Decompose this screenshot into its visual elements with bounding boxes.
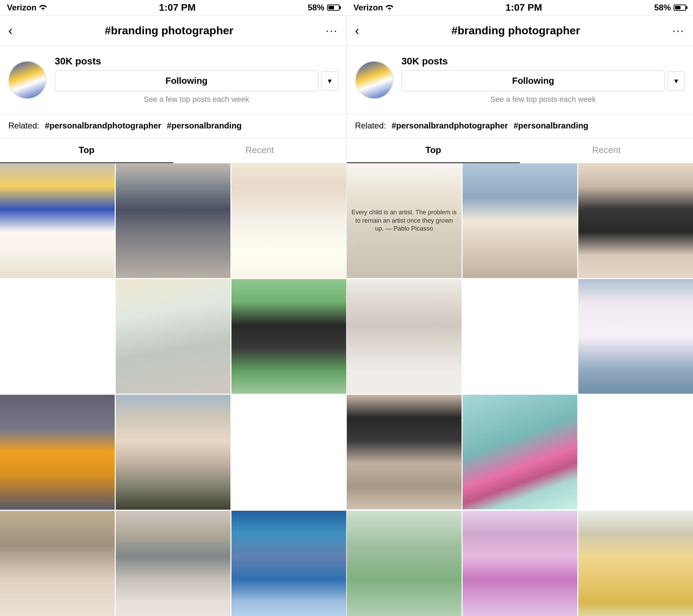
profile-info-right: 30K posts Following ▾ See a few top post… <box>402 56 685 104</box>
photo-cell-left-3[interactable] <box>116 279 230 394</box>
wifi-icon-left <box>39 5 47 10</box>
related-tag-1-right[interactable]: #personalbranding <box>514 121 588 131</box>
nav-header-left: ‹ #branding photographer ··· <box>0 16 346 46</box>
photo-cell-left-7[interactable] <box>0 511 115 616</box>
status-bar-left: Verizon 1:07 PM 58% <box>0 0 346 15</box>
phones-container: ‹ #branding photographer ··· 30K posts F… <box>0 15 693 616</box>
following-button-left[interactable]: Following <box>55 70 318 91</box>
status-left: Verizon <box>7 3 47 12</box>
page-title-left: #branding photographer <box>105 24 234 37</box>
tabs-right: Top Recent <box>347 138 693 163</box>
photo-cell-left-5[interactable] <box>0 395 115 509</box>
svg-point-1 <box>389 10 390 10</box>
photo-cell-left-4[interactable] <box>231 279 346 394</box>
carrier-left: Verizon <box>7 3 36 12</box>
battery-left: 58% <box>308 3 324 12</box>
status-left-right: Verizon <box>353 3 393 12</box>
photo-grid-left <box>0 163 346 616</box>
photo-cell-left-6[interactable] <box>116 395 230 509</box>
back-button-right[interactable]: ‹ <box>355 24 359 38</box>
related-tag-0-right[interactable]: #personalbrandphotographer <box>392 121 508 131</box>
follow-row-left: Following ▾ <box>55 70 338 91</box>
following-button-right[interactable]: Following <box>402 70 665 91</box>
follow-row-right: Following ▾ <box>402 70 685 91</box>
battery-right: 58% <box>654 3 671 12</box>
quote-text: Every child is an artist. The problem is… <box>351 208 457 233</box>
photo-cell-left-0[interactable] <box>0 163 115 278</box>
photo-cell-left-1[interactable] <box>116 163 230 278</box>
dropdown-button-right[interactable]: ▾ <box>668 71 685 91</box>
tab-recent-left[interactable]: Recent <box>173 138 346 163</box>
related-tag-1-left[interactable]: #personalbranding <box>167 121 242 131</box>
photo-cell-left-2[interactable] <box>231 163 346 278</box>
photo-cell-right-3[interactable] <box>578 279 693 394</box>
see-top-posts-right: See a few top posts each week <box>402 95 685 104</box>
more-button-right[interactable]: ··· <box>672 24 685 37</box>
photo-cell-right-7[interactable] <box>463 511 577 616</box>
related-tags-right: Related: #personalbrandphotographer #per… <box>347 114 693 138</box>
photo-cell-left-8[interactable] <box>116 511 230 616</box>
tab-top-left[interactable]: Top <box>0 138 173 163</box>
see-top-posts-left: See a few top posts each week <box>55 95 338 104</box>
page-title-right: #branding photographer <box>451 24 580 37</box>
time-right: 1:07 PM <box>506 2 542 13</box>
photo-cell-right-6[interactable] <box>347 511 462 616</box>
dropdown-button-left[interactable]: ▾ <box>321 71 338 91</box>
status-bar: Verizon 1:07 PM 58% Verizon 1:07 PM <box>0 0 693 15</box>
battery-icon-left <box>327 5 340 11</box>
status-right-right: 58% <box>654 3 686 12</box>
photo-cell-left-9[interactable] <box>231 511 346 616</box>
posts-count-left: 30K posts <box>55 56 101 67</box>
photo-grid-right: Every child is an artist. The problem is… <box>347 163 693 616</box>
related-tag-0-left[interactable]: #personalbrandphotographer <box>45 121 161 131</box>
posts-count-right: 30K posts <box>402 56 448 67</box>
more-button-left[interactable]: ··· <box>326 24 338 37</box>
status-right-left: 58% <box>308 3 340 12</box>
photo-cell-right-8[interactable] <box>578 511 693 616</box>
related-label-left: Related: <box>8 121 39 131</box>
phone-left: ‹ #branding photographer ··· 30K posts F… <box>0 16 347 616</box>
svg-point-0 <box>43 10 44 10</box>
photo-cell-right-2b[interactable] <box>347 279 462 394</box>
photo-cell-right-2[interactable] <box>578 163 693 278</box>
battery-icon-right <box>674 5 686 11</box>
related-label-right: Related: <box>355 121 386 131</box>
profile-info-left: 30K posts Following ▾ See a few top post… <box>55 56 338 104</box>
carrier-right: Verizon <box>353 3 383 12</box>
related-tags-left: Related: #personalbrandphotographer #per… <box>0 114 346 138</box>
photo-cell-right-4[interactable] <box>347 395 462 509</box>
back-button-left[interactable]: ‹ <box>8 24 12 38</box>
tab-recent-right[interactable]: Recent <box>520 138 693 163</box>
photo-cell-right-5[interactable] <box>463 395 577 509</box>
phone-right: ‹ #branding photographer ··· 30K posts F… <box>347 16 693 616</box>
nav-header-right: ‹ #branding photographer ··· <box>347 16 693 46</box>
avatar-right <box>355 61 393 99</box>
photo-cell-right-0[interactable]: Every child is an artist. The problem is… <box>347 163 462 278</box>
profile-section-right: 30K posts Following ▾ See a few top post… <box>347 46 693 114</box>
tabs-left: Top Recent <box>0 138 346 163</box>
profile-section-left: 30K posts Following ▾ See a few top post… <box>0 46 346 114</box>
status-bar-right: Verizon 1:07 PM 58% <box>346 0 693 15</box>
wifi-icon-right <box>386 5 393 10</box>
tab-top-right[interactable]: Top <box>347 138 520 163</box>
avatar-left <box>8 61 46 99</box>
photo-cell-right-1[interactable] <box>463 163 577 278</box>
time-left: 1:07 PM <box>159 2 196 13</box>
